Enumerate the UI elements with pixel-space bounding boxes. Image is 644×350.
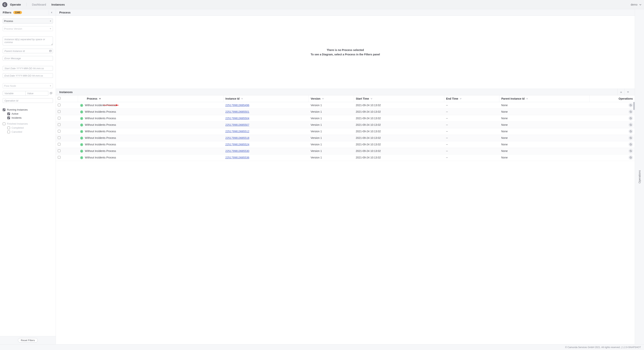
process-select[interactable]: Process (3, 18, 53, 23)
filters-header: Filters 1340 (0, 9, 56, 16)
end-date-input[interactable] (3, 73, 53, 78)
col-parent-instance-id[interactable]: Parent Instance Id (499, 95, 590, 102)
row-end-time: -- (444, 135, 499, 141)
row-parent-instance-id: None (499, 135, 590, 141)
cancel-instance-button[interactable] (628, 116, 633, 120)
collapse-up-button[interactable] (624, 89, 631, 95)
row-end-time: -- (444, 102, 499, 108)
user-name: demo (631, 3, 638, 6)
row-start-time: 2021-09-24 10:13:02 (354, 128, 444, 135)
finished-instances-checkbox[interactable] (3, 123, 6, 125)
row-instance-id-link[interactable]: 2251799813685504 (225, 117, 250, 120)
row-checkbox[interactable] (58, 110, 60, 113)
row-parent-instance-id: None (499, 128, 590, 135)
row-parent-instance-id: None (499, 115, 590, 122)
collapse-down-button[interactable] (618, 89, 624, 95)
row-checkbox[interactable] (58, 136, 60, 139)
lookup-icon[interactable] (49, 50, 52, 52)
chevron-bar-up-icon (627, 91, 629, 93)
start-date-input[interactable] (3, 66, 53, 71)
row-start-time: 2021-09-24 10:13:02 (354, 108, 444, 115)
variable-name-input[interactable] (3, 91, 26, 96)
completed-checkbox[interactable] (7, 127, 10, 129)
variable-value-input[interactable] (26, 91, 48, 96)
cancel-instance-button[interactable] (628, 155, 633, 160)
state-active-icon (80, 104, 83, 107)
process-version-select[interactable]: Process Version (3, 26, 53, 31)
row-end-time: -- (444, 128, 499, 135)
sort-icon (526, 97, 528, 100)
row-checkbox[interactable] (58, 143, 60, 146)
row-instance-id-link[interactable]: 2251799813685518 (225, 136, 250, 139)
cancel-icon (629, 143, 632, 146)
row-version: Version 1 (309, 154, 354, 161)
running-instances-checkbox[interactable] (3, 108, 6, 111)
row-checkbox[interactable] (58, 117, 60, 119)
flow-node-select[interactable]: Flow Node (3, 83, 53, 88)
col-process[interactable]: Process (78, 95, 224, 102)
cancel-icon (629, 104, 632, 107)
row-start-time: 2021-09-24 10:13:02 (354, 115, 444, 122)
user-menu[interactable]: demo (631, 3, 642, 6)
active-checkbox[interactable] (7, 113, 10, 115)
row-process-name: Without Incidents Process (85, 143, 116, 146)
row-version: Version 1 (309, 102, 354, 108)
nav-dashboard[interactable]: Dashboard (32, 3, 46, 6)
expand-value-icon[interactable] (49, 91, 53, 95)
cancel-icon (629, 130, 632, 133)
table-row: Without Incidents Process225179981368550… (56, 122, 635, 128)
col-instance-id[interactable]: Instance Id (224, 95, 309, 102)
col-end-time[interactable]: End Time (444, 95, 499, 102)
row-instance-id-link[interactable]: 2251799813685496 (225, 104, 250, 107)
cancel-icon (629, 110, 632, 113)
cancel-instance-button[interactable] (628, 142, 633, 147)
table-row: Without Incidents Process225179981368549… (56, 102, 635, 108)
row-process-name: Without Incidents Process (85, 130, 116, 133)
nav-instances[interactable]: Instances (52, 3, 65, 6)
state-active-icon (80, 143, 83, 146)
col-start-time[interactable]: Start Time (354, 95, 444, 102)
col-version[interactable]: Version (309, 95, 354, 102)
incidents-checkbox[interactable] (7, 117, 10, 119)
row-instance-id-link[interactable]: 2251799813685507 (225, 123, 250, 126)
error-message-input[interactable] (3, 56, 53, 61)
cancel-instance-button[interactable] (628, 149, 633, 153)
row-checkbox[interactable] (58, 156, 60, 159)
collapse-sidebar-button[interactable] (49, 10, 53, 15)
operation-id-input[interactable] (3, 98, 53, 103)
cancel-instance-button[interactable] (628, 123, 633, 127)
row-checkbox[interactable] (58, 150, 60, 152)
row-start-time: 2021-09-24 10:13:02 (354, 102, 444, 108)
row-end-time: -- (444, 122, 499, 128)
row-instance-id-link[interactable]: 2251799813685530 (225, 150, 250, 153)
collapse-left-icon (51, 11, 53, 14)
table-scrollbar[interactable] (633, 102, 635, 344)
select-all-checkbox[interactable] (58, 97, 60, 100)
row-checkbox[interactable] (58, 123, 60, 126)
row-version: Version 1 (309, 141, 354, 148)
state-active-icon (80, 156, 83, 159)
row-checkbox[interactable] (58, 104, 60, 106)
cancel-instance-button[interactable] (628, 103, 633, 107)
completed-label: Completed (12, 126, 24, 129)
row-process-name: Without Incidents Process (85, 110, 116, 113)
row-instance-id-link[interactable]: 2251799813685536 (225, 156, 250, 159)
row-instance-id-link[interactable]: 2251799813685512 (225, 130, 250, 133)
operations-rail-label: Operations (638, 170, 641, 183)
row-instance-id-link[interactable]: 2251799813685501 (225, 110, 250, 113)
operations-rail[interactable]: Operations (635, 9, 644, 344)
reset-filters-button[interactable]: Reset Filters (18, 338, 38, 343)
cancel-icon (629, 124, 632, 126)
instance-ids-input[interactable] (3, 36, 53, 45)
cancel-instance-button[interactable] (628, 110, 633, 114)
instances-title: Instances (59, 90, 72, 94)
row-instance-id-link[interactable]: 2251799813685524 (225, 143, 250, 146)
row-checkbox[interactable] (58, 130, 60, 133)
row-end-time: -- (444, 154, 499, 161)
cancel-instance-button[interactable] (628, 136, 633, 140)
cancel-instance-button[interactable] (628, 129, 633, 134)
row-start-time: 2021-09-24 10:13:02 (354, 154, 444, 161)
parent-instance-id-input[interactable] (3, 49, 53, 53)
canceled-checkbox[interactable] (7, 131, 10, 133)
canceled-label: Canceled (12, 130, 22, 133)
